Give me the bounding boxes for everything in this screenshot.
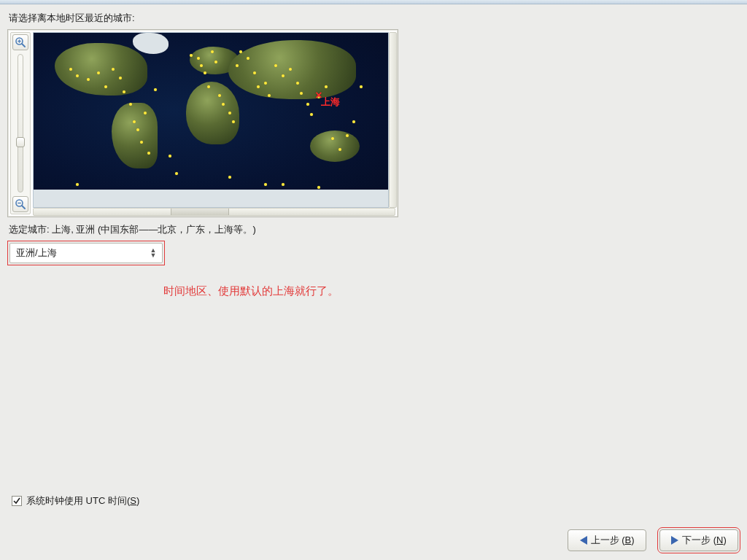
back-label-post: )	[631, 534, 634, 545]
land-australia	[310, 131, 360, 162]
next-label-pre: 下一步 (	[682, 534, 716, 545]
land-antarctica	[34, 190, 388, 207]
next-mnemonic: N	[716, 534, 723, 545]
arrow-left-icon	[580, 536, 587, 545]
utc-mnemonic: S	[130, 495, 136, 506]
next-label-post: )	[724, 534, 727, 545]
utc-checkbox[interactable]	[12, 496, 22, 506]
arrow-right-icon	[671, 536, 678, 545]
land-asia	[228, 40, 356, 99]
world-map[interactable]: × 上海	[33, 32, 389, 208]
map-horizontal-scrollbar[interactable]	[33, 208, 395, 216]
next-button[interactable]: 下一步 (N)	[659, 529, 738, 551]
zoom-slider[interactable]	[18, 54, 23, 192]
check-icon	[13, 497, 20, 505]
next-button-label: 下一步 (N)	[682, 534, 727, 547]
svg-line-5	[22, 206, 25, 209]
selected-city-line: 选定城市: 上海, 亚洲 (中国东部——北京，广东，上海等。)	[9, 223, 740, 236]
zoom-in-icon	[15, 36, 26, 48]
prompt-label: 请选择离本地时区最近的城市:	[9, 12, 740, 25]
back-button-label: 上一步 (B)	[591, 534, 635, 547]
zoom-controls	[10, 32, 31, 214]
selected-city-label: 上海	[321, 96, 340, 109]
timezone-combo[interactable]: 亚洲/上海 ▲▼	[9, 243, 163, 263]
zoom-slider-thumb[interactable]	[16, 137, 25, 147]
map-vertical-scrollbar[interactable]	[389, 32, 397, 208]
page-content: 请选择离本地时区最近的城市:	[0, 4, 747, 306]
selected-city-value: 上海, 亚洲 (中国东部——北京，广东，上海等。)	[52, 224, 256, 235]
utc-checkbox-label[interactable]: 系统时钟使用 UTC 时间(S)	[26, 494, 139, 508]
timezone-map-frame: × 上海	[7, 29, 398, 217]
annotation-text: 时间地区、使用默认的上海就行了。	[163, 284, 740, 298]
combo-spinner-icon: ▲▼	[147, 248, 159, 258]
zoom-out-button[interactable]	[12, 196, 28, 212]
utc-label-pre: 系统时钟使用 UTC 时间(	[26, 495, 130, 506]
zoom-in-button[interactable]	[12, 34, 28, 50]
wizard-nav: 上一步 (B) 下一步 (N)	[568, 529, 738, 551]
utc-label-post: )	[136, 495, 139, 506]
timezone-combo-value: 亚洲/上海	[16, 246, 147, 260]
back-button[interactable]: 上一步 (B)	[568, 529, 646, 551]
utc-checkbox-row: 系统时钟使用 UTC 时间(S)	[12, 494, 139, 508]
map-horizontal-scrollbar-thumb[interactable]	[171, 209, 229, 215]
back-mnemonic: B	[624, 534, 631, 545]
svg-line-1	[22, 44, 25, 47]
back-label-pre: 上一步 (	[591, 534, 625, 545]
zoom-out-icon	[15, 198, 26, 210]
selected-city-prefix: 选定城市:	[9, 224, 52, 235]
timezone-combo-highlight: 亚洲/上海 ▲▼	[7, 241, 165, 265]
